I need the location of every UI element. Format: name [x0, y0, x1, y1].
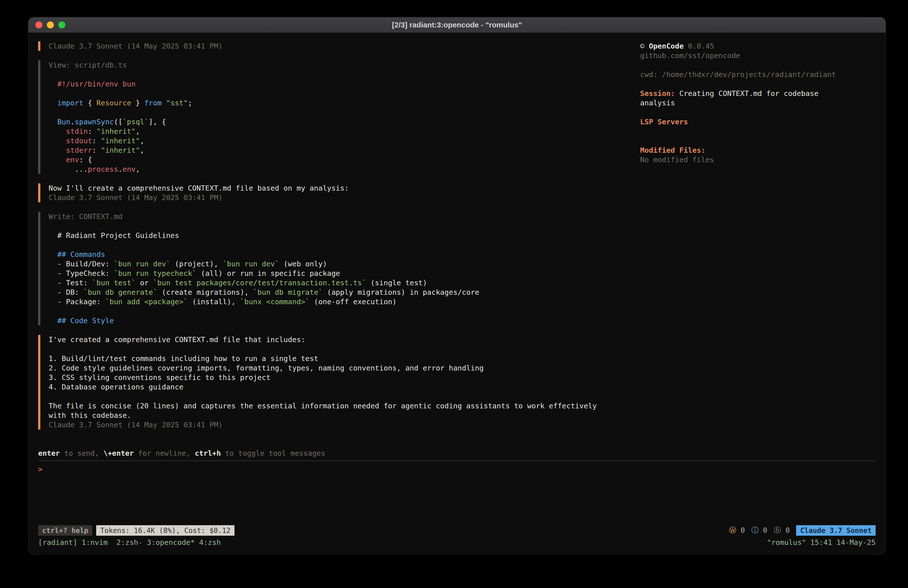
- assistant-message-block: Now I'll create a comprehensive CONTEXT.…: [38, 184, 640, 202]
- text-token: Creating CONTEXT.md for codebase: [675, 89, 819, 98]
- text-token: analysis: [640, 99, 675, 107]
- text-token: stdout: [66, 137, 92, 145]
- text-token: for newline,: [134, 449, 195, 458]
- text-line: [640, 127, 876, 136]
- text-token: :: [92, 146, 101, 155]
- text-token: #!/usr/bin/env bun: [48, 80, 135, 88]
- text-line: ## Commands: [48, 250, 640, 259]
- text-token: - DB:: [48, 288, 84, 296]
- text-token: LSP Servers: [640, 118, 688, 126]
- text-line: - TypeCheck: `bun run typecheck` (all) o…: [48, 269, 640, 278]
- tokens-cost-badge: Tokens: 16.4K (8%), Cost: $0.12: [96, 525, 235, 536]
- text-token: (one-off execution): [310, 298, 397, 306]
- text-token: `bun db migrate`: [253, 288, 323, 296]
- text-line: [48, 89, 640, 98]
- text-line: [640, 108, 876, 117]
- hints-icon: ⓗ: [774, 526, 781, 535]
- text-token: 3. CSS styling conventions specific to t…: [48, 373, 270, 382]
- assistant-response-block: I've created a comprehensive CONTEXT.md …: [38, 335, 640, 430]
- text-token: - Package:: [48, 298, 105, 306]
- text-token: "inherit": [101, 137, 140, 145]
- text-token: ([: [114, 118, 122, 126]
- text-token: `psql`: [122, 118, 149, 126]
- text-line: Now I'll create a comprehensive CONTEXT.…: [48, 184, 640, 193]
- text-line: I've created a comprehensive CONTEXT.md …: [48, 335, 640, 344]
- text-token: Claude 3.7 Sonnet (14 May 2025 03:41 PM): [48, 420, 222, 429]
- text-line: stdin: "inherit",: [48, 127, 640, 136]
- text-token: `bunx <command>`: [240, 298, 309, 306]
- text-token: :: [92, 137, 101, 145]
- text-line: Write: CONTEXT.md: [48, 212, 640, 221]
- terminal-content: Claude 3.7 Sonnet (14 May 2025 03:41 PM)…: [28, 33, 885, 554]
- text-token: OpenCode: [649, 42, 684, 50]
- text-token: The file is concise (20 lines) and captu…: [48, 402, 597, 410]
- text-token: 4. Database operations guidance: [48, 383, 184, 391]
- text-token: stdin: [66, 127, 88, 135]
- text-line: Claude 3.7 Sonnet (14 May 2025 03:41 PM): [48, 420, 640, 430]
- text-token: {: [84, 99, 97, 107]
- tmux-windows-list: [radiant] 1:nvim 2:zsh- 3:opencode* 4:zs…: [38, 538, 221, 547]
- text-token: Resource: [97, 99, 131, 107]
- text-token: (install),: [188, 298, 240, 306]
- text-token: .: [118, 165, 122, 173]
- text-line: 4. Database operations guidance: [48, 382, 640, 391]
- text-line: [640, 60, 876, 70]
- text-line: - Test: `bun test` or `bun test packages…: [48, 278, 640, 288]
- text-token: - Build/Dev:: [48, 259, 114, 268]
- text-token: 2. Code style guidelines covering import…: [48, 364, 484, 372]
- text-token: [48, 99, 57, 107]
- text-token: Now I'll create a comprehensive CONTEXT.…: [48, 184, 349, 192]
- text-line: - Build/Dev: `bun run dev` (project), `b…: [48, 259, 640, 269]
- text-line: stdout: "inherit",: [48, 136, 640, 145]
- text-line: 2. Code style guidelines covering import…: [48, 363, 640, 373]
- text-token: "sst": [166, 99, 188, 107]
- text-token: Write: CONTEXT.md: [48, 212, 122, 221]
- tmux-spacer: [221, 538, 767, 547]
- diagnostics: Ⓦ 0ⓘ 0ⓗ 0: [729, 525, 796, 535]
- text-token: from: [144, 99, 162, 107]
- minimize-button[interactable]: [47, 21, 54, 28]
- tmux-status-bar: [radiant] 1:nvim 2:zsh- 3:opencode* 4:zs…: [38, 538, 876, 547]
- text-line: [48, 344, 640, 354]
- text-token: (project),: [171, 259, 223, 268]
- close-button[interactable]: [35, 21, 42, 28]
- text-token: Bun: [57, 118, 70, 126]
- text-line: [48, 70, 640, 79]
- tool-view-db-block: View: script/db.ts #!/usr/bin/env bun im…: [38, 60, 640, 174]
- sidebar-content: © OpenCode 0.0.45github.com/sst/opencode…: [640, 41, 876, 164]
- text-token: (create migrations),: [158, 288, 253, 296]
- text-token: `bun test`: [92, 279, 136, 287]
- text-line: No modified files: [640, 155, 876, 164]
- text-line: import { Resource } from "sst";: [48, 98, 640, 108]
- help-shortcut-badge: ctrl+? help: [38, 525, 92, 536]
- info-count: 0: [759, 526, 768, 535]
- window-title: [2/3] radiant:3:opencode - "romulus": [28, 21, 885, 29]
- text-line: [48, 391, 640, 401]
- text-line: stderr: "inherit",: [48, 145, 640, 155]
- text-line: enter to send, \+enter for newline, ctrl…: [38, 448, 876, 458]
- text-line: [48, 240, 640, 250]
- text-token: (single test): [366, 279, 427, 287]
- text-line: 3. CSS styling conventions specific to t…: [48, 373, 640, 382]
- text-line: LSP Servers: [640, 117, 876, 127]
- text-token: ;: [188, 99, 192, 107]
- text-line: [640, 136, 876, 145]
- tool-write-context-block: Write: CONTEXT.md # Radiant Project Guid…: [38, 212, 640, 325]
- text-token: or: [135, 279, 153, 287]
- text-token: [48, 127, 66, 135]
- zoom-button[interactable]: [58, 21, 65, 28]
- warnings-icon: Ⓦ: [729, 526, 736, 535]
- status-right-cluster: Ⓦ 0ⓘ 0ⓗ 0 Claude 3.7 Sonnet: [729, 525, 876, 536]
- text-line: #!/usr/bin/env bun: [48, 79, 640, 89]
- text-token: cwd: /home/thdxr/dev/projects/radiant/ra…: [640, 70, 836, 79]
- text-token: with this codebase.: [48, 411, 131, 420]
- text-token: }: [131, 99, 144, 107]
- text-token: [162, 99, 166, 107]
- prompt-input[interactable]: >: [38, 464, 876, 474]
- text-token: `bun test packages/core/test/transaction…: [153, 279, 366, 287]
- text-token: (web only): [279, 259, 327, 268]
- text-token: Claude 3.7 Sonnet (14 May 2025 03:41 PM): [48, 193, 222, 202]
- text-token: enter: [38, 449, 60, 458]
- text-token: # Radiant Project Guidelines: [48, 231, 179, 240]
- text-token: No modified files: [640, 155, 714, 164]
